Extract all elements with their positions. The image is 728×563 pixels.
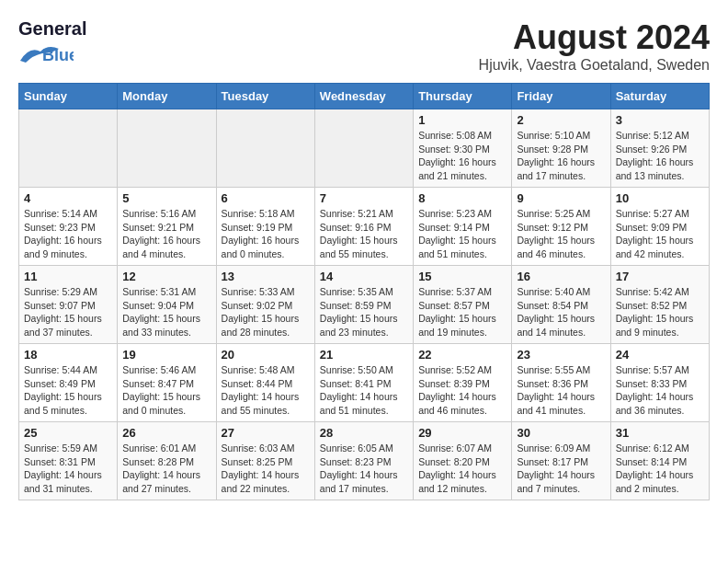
day-number: 31 (616, 426, 704, 440)
day-number: 3 (616, 113, 704, 127)
calendar-cell: 2Sunrise: 5:10 AM Sunset: 9:28 PM Daylig… (512, 109, 610, 188)
logo: General Blue (18, 18, 83, 66)
day-info: Sunrise: 5:31 AM Sunset: 9:04 PM Dayligh… (122, 285, 210, 339)
day-number: 4 (24, 191, 112, 205)
day-info: Sunrise: 5:25 AM Sunset: 9:12 PM Dayligh… (517, 207, 605, 261)
day-info: Sunrise: 6:01 AM Sunset: 8:28 PM Dayligh… (122, 442, 210, 496)
calendar-cell: 24Sunrise: 5:57 AM Sunset: 8:33 PM Dayli… (610, 344, 709, 422)
day-info: Sunrise: 5:33 AM Sunset: 9:02 PM Dayligh… (222, 285, 310, 339)
calendar-cell: 28Sunrise: 6:05 AM Sunset: 8:23 PM Dayli… (314, 422, 413, 500)
day-number: 20 (222, 348, 310, 362)
calendar-cell: 25Sunrise: 5:59 AM Sunset: 8:31 PM Dayli… (19, 422, 118, 500)
day-info: Sunrise: 5:44 AM Sunset: 8:49 PM Dayligh… (24, 363, 112, 418)
calendar-week-row: 18Sunrise: 5:44 AM Sunset: 8:49 PM Dayli… (19, 344, 710, 422)
day-number: 2 (517, 113, 605, 127)
calendar-cell: 29Sunrise: 6:07 AM Sunset: 8:20 PM Dayli… (414, 422, 512, 500)
day-number: 24 (616, 348, 704, 362)
calendar-cell (19, 109, 118, 188)
day-info: Sunrise: 5:18 AM Sunset: 9:19 PM Dayligh… (222, 207, 310, 261)
day-info: Sunrise: 5:29 AM Sunset: 9:07 PM Dayligh… (24, 285, 112, 339)
day-number: 30 (517, 426, 605, 440)
day-number: 29 (418, 426, 506, 440)
day-number: 5 (122, 191, 210, 205)
weekday-header-thursday: Thursday (414, 84, 512, 109)
day-number: 22 (418, 348, 506, 362)
day-info: Sunrise: 5:48 AM Sunset: 8:44 PM Dayligh… (222, 363, 310, 418)
calendar-cell: 9Sunrise: 5:25 AM Sunset: 9:12 PM Daylig… (512, 188, 610, 266)
day-number: 10 (616, 191, 704, 205)
calendar-cell (216, 109, 314, 188)
calendar-cell: 18Sunrise: 5:44 AM Sunset: 8:49 PM Dayli… (19, 344, 118, 422)
day-number: 27 (222, 426, 310, 440)
calendar-cell: 11Sunrise: 5:29 AM Sunset: 9:07 PM Dayli… (19, 266, 118, 344)
day-number: 7 (320, 191, 408, 205)
calendar-cell: 12Sunrise: 5:31 AM Sunset: 9:04 PM Dayli… (118, 266, 216, 344)
calendar-cell: 26Sunrise: 6:01 AM Sunset: 8:28 PM Dayli… (118, 422, 216, 500)
day-info: Sunrise: 6:09 AM Sunset: 8:17 PM Dayligh… (517, 442, 605, 496)
calendar-cell: 10Sunrise: 5:27 AM Sunset: 9:09 PM Dayli… (610, 188, 709, 266)
day-number: 8 (418, 191, 506, 205)
day-info: Sunrise: 5:23 AM Sunset: 9:14 PM Dayligh… (418, 207, 506, 261)
calendar-week-row: 11Sunrise: 5:29 AM Sunset: 9:07 PM Dayli… (19, 266, 710, 344)
calendar-table: SundayMondayTuesdayWednesdayThursdayFrid… (18, 83, 710, 500)
day-info: Sunrise: 5:59 AM Sunset: 8:31 PM Dayligh… (24, 442, 112, 496)
calendar-cell: 4Sunrise: 5:14 AM Sunset: 9:23 PM Daylig… (19, 188, 118, 266)
bird-logo-icon: Blue (18, 44, 74, 64)
calendar-cell: 31Sunrise: 6:12 AM Sunset: 8:14 PM Dayli… (610, 422, 709, 500)
weekday-header-monday: Monday (118, 84, 216, 109)
calendar-cell: 17Sunrise: 5:42 AM Sunset: 8:52 PM Dayli… (610, 266, 709, 344)
day-info: Sunrise: 5:50 AM Sunset: 8:41 PM Dayligh… (320, 363, 408, 418)
page-header: General Blue August 2024 Hjuvik, Vaestra… (18, 18, 710, 74)
weekday-header-wednesday: Wednesday (314, 84, 413, 109)
calendar-cell: 3Sunrise: 5:12 AM Sunset: 9:26 PM Daylig… (610, 109, 709, 188)
day-info: Sunrise: 5:35 AM Sunset: 8:59 PM Dayligh… (320, 285, 408, 339)
calendar-cell: 5Sunrise: 5:16 AM Sunset: 9:21 PM Daylig… (118, 188, 216, 266)
day-number: 23 (517, 348, 605, 362)
day-info: Sunrise: 5:16 AM Sunset: 9:21 PM Dayligh… (122, 207, 210, 261)
calendar-cell: 16Sunrise: 5:40 AM Sunset: 8:54 PM Dayli… (512, 266, 610, 344)
day-info: Sunrise: 5:10 AM Sunset: 9:28 PM Dayligh… (517, 129, 605, 183)
calendar-cell: 13Sunrise: 5:33 AM Sunset: 9:02 PM Dayli… (216, 266, 314, 344)
day-info: Sunrise: 6:03 AM Sunset: 8:25 PM Dayligh… (222, 442, 310, 496)
day-number: 1 (418, 113, 506, 127)
day-number: 15 (418, 270, 506, 283)
day-number: 17 (616, 270, 704, 283)
calendar-cell: 21Sunrise: 5:50 AM Sunset: 8:41 PM Dayli… (314, 344, 413, 422)
day-info: Sunrise: 6:12 AM Sunset: 8:14 PM Dayligh… (616, 442, 704, 496)
day-number: 14 (320, 270, 408, 283)
calendar-cell: 6Sunrise: 5:18 AM Sunset: 9:19 PM Daylig… (216, 188, 314, 266)
day-number: 26 (122, 426, 210, 440)
calendar-cell: 22Sunrise: 5:52 AM Sunset: 8:39 PM Dayli… (414, 344, 512, 422)
day-number: 25 (24, 426, 112, 440)
day-info: Sunrise: 5:12 AM Sunset: 9:26 PM Dayligh… (616, 129, 704, 183)
calendar-cell (314, 109, 413, 188)
day-number: 6 (222, 191, 310, 205)
day-info: Sunrise: 5:40 AM Sunset: 8:54 PM Dayligh… (517, 285, 605, 339)
day-info: Sunrise: 5:21 AM Sunset: 9:16 PM Dayligh… (320, 207, 408, 261)
weekday-header-sunday: Sunday (19, 84, 118, 109)
logo-general: General (18, 18, 86, 40)
day-number: 19 (122, 348, 210, 362)
svg-text:Blue: Blue (42, 46, 74, 64)
month-year-title: August 2024 (479, 18, 710, 57)
calendar-week-row: 1Sunrise: 5:08 AM Sunset: 9:30 PM Daylig… (19, 109, 710, 188)
day-info: Sunrise: 5:42 AM Sunset: 8:52 PM Dayligh… (616, 285, 704, 339)
location-subtitle: Hjuvik, Vaestra Goetaland, Sweden (479, 57, 710, 74)
calendar-cell: 15Sunrise: 5:37 AM Sunset: 8:57 PM Dayli… (414, 266, 512, 344)
day-info: Sunrise: 5:27 AM Sunset: 9:09 PM Dayligh… (616, 207, 704, 261)
calendar-week-row: 25Sunrise: 5:59 AM Sunset: 8:31 PM Dayli… (19, 422, 710, 500)
day-info: Sunrise: 6:05 AM Sunset: 8:23 PM Dayligh… (320, 442, 408, 496)
calendar-cell: 27Sunrise: 6:03 AM Sunset: 8:25 PM Dayli… (216, 422, 314, 500)
day-number: 21 (320, 348, 408, 362)
day-number: 18 (24, 348, 112, 362)
day-number: 11 (24, 270, 112, 283)
calendar-cell: 30Sunrise: 6:09 AM Sunset: 8:17 PM Dayli… (512, 422, 610, 500)
weekday-header-saturday: Saturday (610, 84, 709, 109)
day-number: 9 (517, 191, 605, 205)
day-info: Sunrise: 5:14 AM Sunset: 9:23 PM Dayligh… (24, 207, 112, 261)
day-number: 28 (320, 426, 408, 440)
calendar-cell: 14Sunrise: 5:35 AM Sunset: 8:59 PM Dayli… (314, 266, 413, 344)
calendar-cell: 7Sunrise: 5:21 AM Sunset: 9:16 PM Daylig… (314, 188, 413, 266)
weekday-header-row: SundayMondayTuesdayWednesdayThursdayFrid… (19, 84, 710, 109)
calendar-cell: 8Sunrise: 5:23 AM Sunset: 9:14 PM Daylig… (414, 188, 512, 266)
